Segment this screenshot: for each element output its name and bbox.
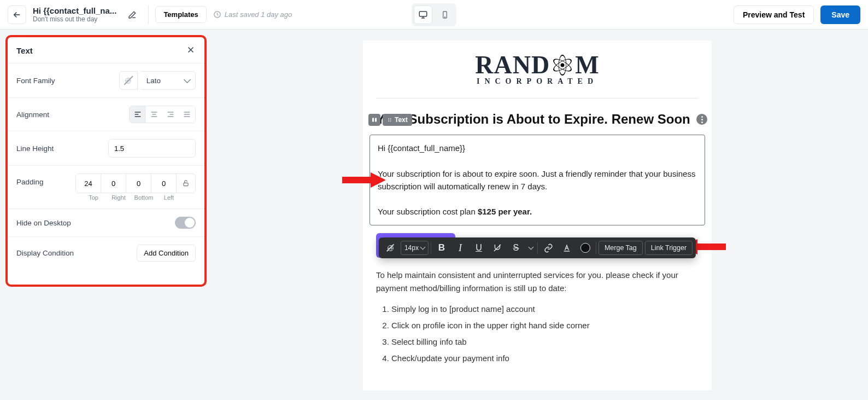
editor-line-p1: Your subscription for is about to expire… (378, 167, 697, 193)
document-subtitle: Don't miss out the day (33, 15, 116, 23)
svg-rect-9 (375, 118, 377, 122)
link-button[interactable] (540, 240, 556, 256)
block-menu-button[interactable] (696, 114, 707, 125)
text-format-toolbar: 14px B I U S Merge Tag Link Trigger (379, 237, 696, 258)
svg-point-13 (390, 119, 391, 120)
align-justify-button[interactable] (179, 106, 195, 123)
italic-button[interactable]: I (452, 240, 468, 256)
link-trigger-button[interactable]: Link Trigger (645, 241, 693, 255)
line-height-input[interactable] (108, 139, 196, 158)
desktop-preview-button[interactable] (414, 5, 432, 24)
clear-format-button[interactable] (489, 240, 506, 256)
align-right-button[interactable] (162, 106, 179, 123)
panel-title: Text (16, 46, 33, 55)
line-height-label: Line Height (16, 144, 54, 153)
svg-rect-5 (184, 183, 188, 185)
divider (148, 5, 149, 24)
column-handle[interactable] (368, 114, 380, 126)
underline-button[interactable]: U (471, 240, 487, 256)
display-condition-label: Display Condition (16, 249, 74, 257)
alignment-group (129, 106, 196, 123)
strikethrough-button[interactable]: S (508, 240, 524, 256)
svg-point-3 (445, 16, 445, 17)
svg-point-11 (390, 118, 391, 119)
svg-point-15 (390, 121, 391, 122)
list-item: Simply log in to [product name] account (391, 303, 699, 316)
text-block-handle[interactable]: Text (383, 114, 412, 126)
email-body: To help maintain consistent and uninterr… (363, 269, 712, 365)
steps-list: Simply log in to [product name] account … (391, 303, 699, 365)
columns-icon (371, 117, 378, 123)
padding-top-input[interactable] (76, 174, 101, 193)
clock-icon (213, 10, 221, 19)
link-icon (543, 244, 553, 253)
email-headline: Your Subscription is About to Expire. Re… (363, 112, 712, 132)
padding-lock-button[interactable] (177, 174, 195, 193)
atom-icon (550, 53, 574, 77)
bold-button[interactable]: B (433, 240, 450, 256)
svg-rect-17 (564, 251, 570, 251)
save-button[interactable]: Save (820, 5, 860, 24)
align-center-button[interactable] (146, 106, 162, 123)
more-format-button[interactable] (526, 240, 535, 256)
global-style-toggle[interactable] (119, 71, 138, 90)
chevron-down-icon (420, 245, 425, 250)
workspace: Text Font Family Lato Alignment (0, 30, 868, 390)
padding-bottom-input[interactable] (126, 174, 151, 193)
padding-left-input[interactable] (151, 174, 177, 193)
list-item: Select billing info tab (391, 335, 699, 349)
merge-tag-button[interactable]: Merge Tag (599, 241, 643, 255)
list-item: Click on profile icon in the upper right… (391, 319, 699, 332)
globe-icon (124, 77, 132, 85)
divider (376, 98, 699, 98)
add-condition-button[interactable]: Add Condition (137, 245, 196, 262)
monitor-icon (418, 10, 428, 20)
last-saved-text: Last saved 1 day ago (213, 10, 292, 19)
edit-title-button[interactable] (123, 5, 142, 24)
hide-desktop-label: Hide on Desktop (16, 219, 71, 227)
font-family-dropdown[interactable]: Lato (141, 71, 196, 90)
document-title-block: Hi {{contact_full_na... Don't miss out t… (33, 6, 116, 23)
font-family-value: Lato (146, 77, 161, 85)
mobile-preview-button[interactable] (436, 5, 454, 24)
document-title: Hi {{contact_full_na... (33, 6, 116, 15)
body-paragraph: To help maintain consistent and uninterr… (376, 269, 699, 295)
preview-test-button[interactable]: Preview and Test (734, 5, 814, 24)
unlock-icon (182, 179, 190, 187)
clear-icon (492, 243, 502, 253)
highlight-color-button[interactable] (577, 240, 594, 256)
padding-inputs (75, 173, 196, 193)
text-editor[interactable]: Hi {{contact_full_name}} Your subscripti… (370, 135, 705, 225)
padding-right-input[interactable] (101, 174, 126, 193)
logo: RAND M INCORPORATED (363, 50, 712, 92)
svg-marker-6 (342, 172, 386, 188)
close-panel-button[interactable] (186, 45, 196, 56)
alignment-label: Alignment (16, 111, 49, 119)
text-properties-panel: Text Font Family Lato Alignment (5, 35, 207, 287)
annotation-arrow-left (342, 171, 386, 189)
global-font-toggle[interactable] (382, 240, 398, 256)
editor-line-p2: Your subscription cost plan $125 per yea… (378, 205, 697, 218)
svg-point-10 (389, 118, 390, 119)
device-preview-switch (412, 3, 456, 26)
padding-label: Padding (16, 173, 44, 186)
chevron-down-icon (184, 76, 191, 83)
mobile-icon (441, 10, 449, 20)
list-item: Check/update your payment info (391, 352, 699, 365)
top-bar: Hi {{contact_full_na... Don't miss out t… (0, 0, 868, 30)
font-size-select[interactable]: 14px (401, 241, 429, 255)
drag-icon (387, 117, 392, 123)
font-family-control: Lato (119, 71, 196, 90)
templates-button[interactable]: Templates (155, 6, 206, 23)
text-color-icon (562, 244, 571, 252)
email-canvas: RAND M INCORPORATED Your Subscription is… (363, 40, 712, 390)
svg-point-14 (389, 121, 390, 122)
canvas-area: RAND M INCORPORATED Your Subscription is… (207, 30, 868, 390)
svg-rect-8 (372, 118, 374, 122)
text-color-button[interactable] (559, 240, 575, 256)
align-left-button[interactable] (130, 106, 146, 123)
back-button[interactable] (8, 5, 26, 24)
hide-desktop-toggle[interactable] (175, 217, 196, 229)
svg-point-12 (389, 119, 390, 120)
svg-rect-1 (419, 11, 427, 16)
